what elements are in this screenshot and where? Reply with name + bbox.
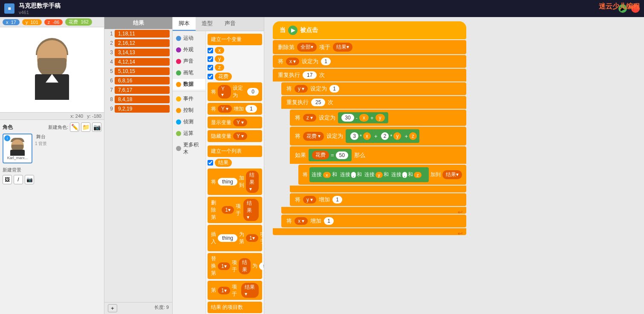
bg-draw-btn[interactable]: 🖼 xyxy=(3,175,12,184)
tab-script[interactable]: 脚本 xyxy=(173,17,196,31)
var-x-badge: x xyxy=(215,47,224,54)
cat-control[interactable]: 控制 xyxy=(173,105,205,116)
new-sprite-label: 新建角色: xyxy=(48,124,68,131)
cat-pen[interactable]: 画笔 xyxy=(173,67,205,78)
add-to-result-block[interactable]: 将 连接 x 和 连接 , 和 连接 y 和 连接 , 和 z xyxy=(298,165,466,185)
replace-item-btn[interactable]: 替换第 1▾ 项于 结果 为 thing xyxy=(208,253,262,279)
delete-all-block[interactable]: 删除第 全部▾ 项于 结果▾ xyxy=(273,40,466,54)
set-z-block[interactable]: 将 z ▾ 设定为 30 - x + y xyxy=(290,110,466,126)
cat-data[interactable]: 数据 xyxy=(173,79,205,90)
sprite-thumbnail xyxy=(7,137,28,156)
add-y-1-btn[interactable]: 将 Y ▾ 增加 1 xyxy=(208,103,262,115)
new-sprite-draw-btn[interactable]: ✏️ xyxy=(70,122,79,132)
var-cost-row: 花费 xyxy=(208,73,262,81)
var-y-check[interactable] xyxy=(208,56,213,62)
add-thing-btn[interactable]: 将 thing 加到 结果 ▾ xyxy=(208,169,262,195)
result-row-8: 8 8,4,18 xyxy=(104,95,172,104)
inc-x-block[interactable]: 将 x ▾ 增加 1 xyxy=(281,215,466,227)
block-stack-main: 当 ▶ 被点击 删除第 全部▾ 项于 结果▾ 将 x ▾ 设定为 1 重复执行 … xyxy=(273,21,466,235)
repeat-17-top[interactable]: 重复执行 17 次 xyxy=(273,69,466,81)
result-row-9: 9 9,2,19 xyxy=(104,104,172,113)
result-row-3: 3 3,14,13 xyxy=(104,48,172,57)
cost-badge: 花费 162 xyxy=(65,18,92,26)
new-sprite-upload-btn[interactable]: 📁 xyxy=(81,122,90,132)
cat-sensing[interactable]: 侦测 xyxy=(173,116,205,127)
var-cost-check[interactable] xyxy=(208,74,213,79)
bg-controls: 🖼 / 📷 xyxy=(3,175,101,184)
repeat-25-end: ↩ xyxy=(281,207,466,214)
stage-thumb-area: 舞台 1 背景 xyxy=(35,134,47,163)
right-blocks: 建立一个变量 x y z 花费 将 Y ▾ 设定为 0 xyxy=(206,31,264,314)
cat-operators[interactable]: 运算 xyxy=(173,128,205,139)
del-item-btn[interactable]: 删除第 1▾ 项于 结果 ▾ xyxy=(208,197,262,223)
tab-sound[interactable]: 声音 xyxy=(219,17,242,31)
list-length-btn[interactable]: 结果 的项目数 xyxy=(208,302,262,313)
create-var-btn[interactable]: 建立一个变量 xyxy=(208,34,262,45)
if-end-cap xyxy=(290,186,466,192)
result-row-4: 4 4,12,14 xyxy=(104,57,172,67)
list-result-check[interactable] xyxy=(208,160,213,166)
hat-block[interactable]: 当 ▶ 被点击 xyxy=(273,21,466,39)
set-cost-block[interactable]: 将 花费 ▾ 设定为 3 * x + 2 * y + xyxy=(290,127,466,145)
sprite-section: 角色 新建角色: ✏️ 📁 📷 i xyxy=(0,120,104,187)
main-layout: x 17 y 101 z -86 花费 162 x: 240 y: -180 xyxy=(0,17,644,314)
app-icon: ■ xyxy=(4,3,14,14)
result-row-7: 7 7,6,17 xyxy=(104,85,172,95)
item-of-btn[interactable]: 第 1▾ 项于 结果 ▾ xyxy=(208,281,262,300)
inc-y-block[interactable]: 将 y ▾ 增加 1 xyxy=(290,193,466,206)
set-x-1-block[interactable]: 将 x ▾ 设定为 1 xyxy=(273,55,466,68)
bg-camera-btn[interactable]: 📷 xyxy=(25,175,34,184)
stage-label: 舞台 xyxy=(36,134,46,140)
sprite-label: 角色 xyxy=(3,124,13,131)
cat-sound[interactable]: 声音 xyxy=(173,56,205,67)
stage-bg xyxy=(0,27,104,112)
app-title: 马克思数学手稿 xyxy=(19,2,61,10)
result-row-5: 5 5,10,15 xyxy=(104,67,172,76)
show-var-btn[interactable]: 显示变量 Y ▾ xyxy=(208,116,262,128)
bg-edit-btn[interactable]: / xyxy=(14,175,23,184)
result-footer: + 长度: 9 xyxy=(104,302,172,314)
cat-motion[interactable]: 运动 xyxy=(173,33,205,44)
app-version: v461 xyxy=(19,10,61,15)
sprite-item-marx[interactable]: i Karl_marx... xyxy=(3,134,32,163)
repeat-25-top[interactable]: 重复执行 25 次 xyxy=(281,96,466,109)
sprite-header: 角色 新建角色: ✏️ 📁 📷 xyxy=(3,122,101,132)
result-panel: 结果 1 1,18,11 2 2,16,12 3 3,14,13 4 4,12,… xyxy=(104,17,173,314)
hide-var-btn[interactable]: 隐藏变量 Y ▾ xyxy=(208,130,262,142)
script-canvas[interactable]: 当 ▶ 被点击 删除第 全部▾ 项于 结果▾ 将 x ▾ 设定为 1 重复执行 … xyxy=(264,17,644,314)
blocks-panel: 脚本 造型 声音 运动 外观 声音 画笔 数据 事件 控制 侦测 运算 更多积木… xyxy=(173,17,264,314)
stage-sub: 1 背景 xyxy=(35,141,47,147)
if-body: 将 连接 x 和 连接 , 和 连接 y 和 连接 , 和 z xyxy=(298,165,466,185)
result-header: 结果 xyxy=(104,17,172,29)
var-cost-badge: 花费 xyxy=(215,73,232,81)
result-row-6: 6 6,8,16 xyxy=(104,76,172,85)
z-badge: z -86 xyxy=(44,19,63,25)
list-result-badge: 结果 xyxy=(215,159,232,167)
result-list: 1 1,18,11 2 2,16,12 3 3,14,13 4 4,12,14 … xyxy=(104,29,172,302)
cat-events[interactable]: 事件 xyxy=(173,93,205,104)
var-z-check[interactable] xyxy=(208,65,213,70)
cat-looks[interactable]: 外观 xyxy=(173,44,205,55)
sprite-list: i Karl_marx... 舞台 1 背景 xyxy=(3,134,101,163)
var-x-row: x xyxy=(208,47,262,54)
left-panel: x 17 y 101 z -86 花费 162 x: 240 y: -180 xyxy=(0,17,104,314)
stage-area xyxy=(0,27,104,113)
if-cost-50-top[interactable]: 如果 花费 = 50 那么 xyxy=(290,146,466,164)
var-x-check[interactable] xyxy=(208,48,213,53)
blocks-area: 运动 外观 声音 画笔 数据 事件 控制 侦测 运算 更多积木 建立一个变量 x xyxy=(173,31,264,314)
cat-more[interactable]: 更多积木 xyxy=(173,140,205,157)
repeat-25-body: 将 z ▾ 设定为 30 - x + y 将 花费 ▾ 设定为 xyxy=(290,110,466,206)
categories-column: 运动 外观 声音 画笔 数据 事件 控制 侦测 运算 更多积木 xyxy=(173,31,206,314)
tab-costume[interactable]: 造型 xyxy=(196,17,219,31)
sprite-new-controls: 新建角色: ✏️ 📁 📷 xyxy=(48,122,101,132)
insert-item-btn[interactable]: 插入 thing 为第 1▾ 项于 结果 ▾ xyxy=(208,225,262,251)
tabs-row: 脚本 造型 声音 xyxy=(173,17,264,31)
var-z-row: z xyxy=(208,64,262,71)
set-y-1-block[interactable]: 将 y ▾ 设定为 1 xyxy=(281,82,466,95)
stage-coords: x: 240 y: -180 xyxy=(0,113,104,120)
add-item-btn[interactable]: + xyxy=(108,304,117,312)
create-list-btn[interactable]: 建立一个列表 xyxy=(208,145,262,157)
set-y-0-btn[interactable]: 将 Y ▾ 设定为 0 xyxy=(208,82,262,101)
new-sprite-camera-btn[interactable]: 📷 xyxy=(92,122,101,132)
y-badge: y 101 xyxy=(22,19,42,25)
